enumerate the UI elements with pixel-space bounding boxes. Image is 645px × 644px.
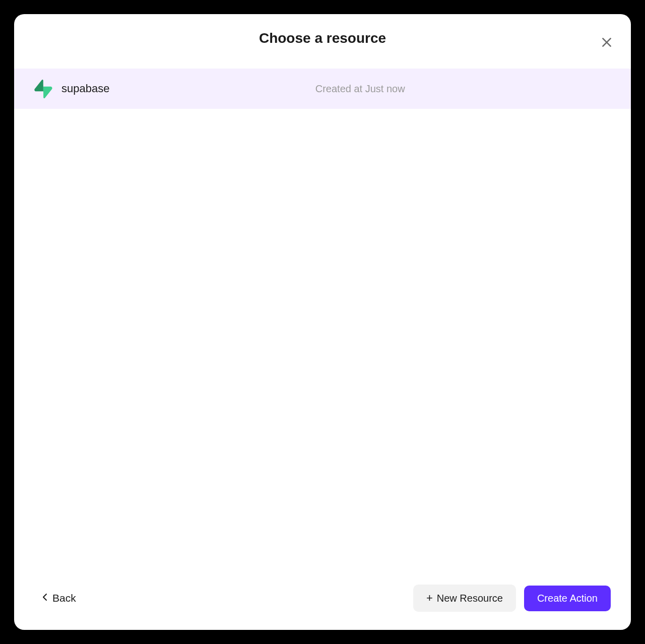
close-button[interactable]: [597, 32, 617, 52]
close-icon: [600, 36, 613, 49]
resource-item-supabase[interactable]: supabase Created at Just now: [14, 69, 631, 109]
modal-title: Choose a resource: [259, 30, 386, 46]
back-label: Back: [52, 592, 76, 604]
resource-picker-modal: Choose a resource supabase Created at Ju…: [14, 14, 631, 630]
footer-actions: + New Resource Create Action: [413, 585, 611, 612]
create-action-label: Create Action: [537, 593, 598, 604]
new-resource-button[interactable]: + New Resource: [413, 585, 516, 612]
supabase-icon: [34, 80, 52, 98]
chevron-left-icon: [42, 593, 47, 604]
create-action-button[interactable]: Create Action: [524, 586, 611, 611]
back-button[interactable]: Back: [34, 587, 84, 609]
resource-meta: Created at Just now: [109, 83, 611, 95]
resource-name: supabase: [61, 82, 109, 95]
modal-footer: Back + New Resource Create Action: [14, 572, 631, 630]
resource-list: supabase Created at Just now: [14, 60, 631, 572]
new-resource-label: New Resource: [437, 593, 503, 604]
modal-header: Choose a resource: [14, 14, 631, 60]
plus-icon: +: [426, 592, 433, 605]
